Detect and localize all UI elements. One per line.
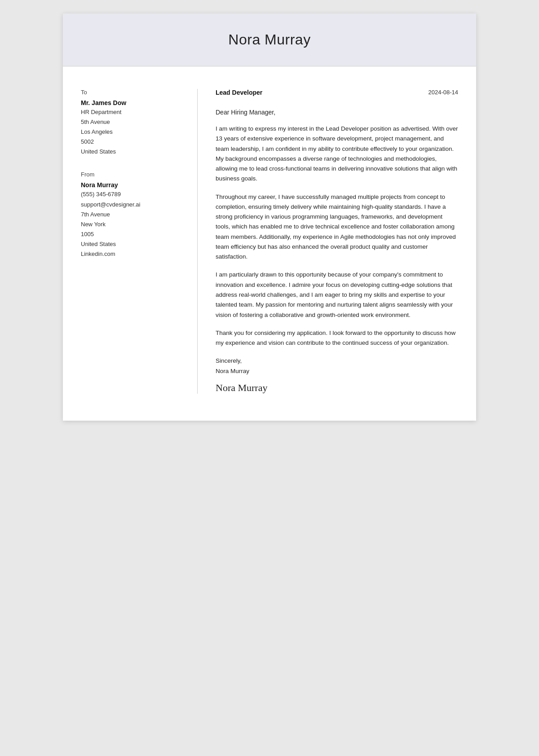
sender-country: United States	[81, 239, 184, 249]
recipient-country: United States	[81, 147, 184, 157]
letter-date: 2024-08-14	[429, 89, 459, 96]
cover-letter-page: Nora Murray To Mr. James Dow HR Departme…	[63, 13, 476, 421]
paragraph-4: Thank you for considering my application…	[216, 328, 458, 348]
from-label: From	[81, 171, 184, 178]
recipient-zip: 5002	[81, 137, 184, 147]
recipient-street: 5th Avenue	[81, 117, 184, 127]
signature: Nora Murray	[216, 382, 458, 394]
right-column: Lead Developer 2024-08-14 Dear Hiring Ma…	[198, 89, 458, 394]
sender-email: support@cvdesigner.ai	[81, 200, 184, 210]
recipient-department: HR Department	[81, 107, 184, 117]
paragraph-3: I am particularly drawn to this opportun…	[216, 270, 458, 320]
recipient-name: Mr. James Dow	[81, 99, 184, 106]
recipient-city: Los Angeles	[81, 127, 184, 137]
greeting: Dear Hiring Manager,	[216, 109, 458, 116]
sender-city: New York	[81, 220, 184, 229]
sender-name: Nora Murray	[81, 181, 184, 189]
left-column: To Mr. James Dow HR Department 5th Avenu…	[81, 89, 198, 394]
from-section: From Nora Murray (555) 345-6789 support@…	[81, 171, 184, 259]
sender-street: 7th Avenue	[81, 210, 184, 220]
sender-website: Linkedin.com	[81, 249, 184, 259]
page-header: Nora Murray	[63, 13, 476, 66]
to-section: To Mr. James Dow HR Department 5th Avenu…	[81, 89, 184, 157]
sender-zip: 1005	[81, 229, 184, 239]
paragraph-1: I am writing to express my interest in t…	[216, 124, 458, 184]
header-name: Nora Murray	[72, 31, 467, 48]
sender-phone: (555) 345-6789	[81, 189, 184, 199]
closing: Sincerely,Nora Murray	[216, 356, 458, 377]
paragraph-2: Throughout my career, I have successfull…	[216, 192, 458, 262]
closing-sender-name: Nora Murray	[216, 368, 249, 374]
to-label: To	[81, 89, 184, 96]
job-title: Lead Developer	[216, 89, 262, 96]
letter-header-row: Lead Developer 2024-08-14	[216, 89, 458, 96]
body-area: To Mr. James Dow HR Department 5th Avenu…	[63, 66, 476, 421]
